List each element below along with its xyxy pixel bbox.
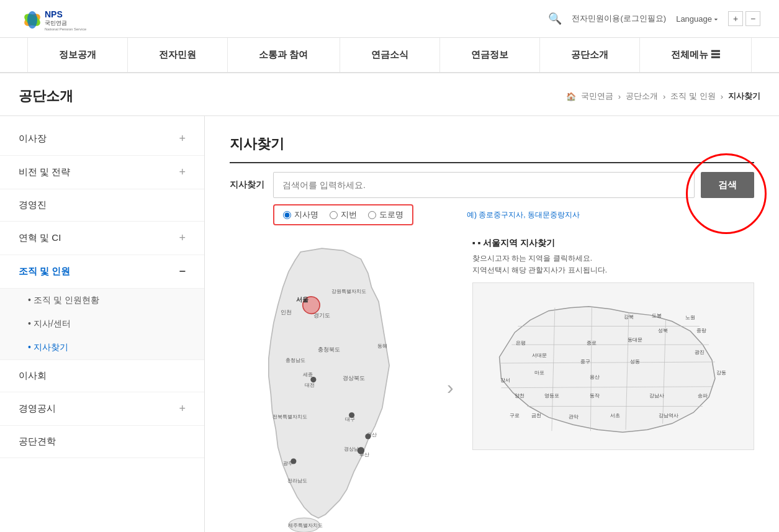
language-selector[interactable]: Language ▾ bbox=[676, 14, 718, 24]
svg-text:동작: 동작 bbox=[590, 392, 600, 399]
seoul-map-subtitle: 찾으시고자 하는 지역을 클릭하세요. 지역선택시 해당 관할지사가 표시됩니다… bbox=[472, 253, 754, 276]
nav-item-jeongbo[interactable]: 정보공개 bbox=[27, 38, 128, 72]
nav-item-jeonja[interactable]: 전자민원 bbox=[128, 38, 228, 72]
sidebar-item-jojik[interactable]: 조직 및 인원 − bbox=[0, 255, 204, 289]
svg-text:충청북도: 충청북도 bbox=[318, 346, 340, 353]
sidebar-item-yeonhyeok[interactable]: 연혁 및 CI + bbox=[0, 222, 204, 255]
nps-logo: NPS 국민연금 National Pension Service bbox=[19, 6, 99, 31]
collapse-icon: − bbox=[179, 265, 186, 278]
radio-jisamyeong[interactable]: 지사명 bbox=[283, 209, 318, 220]
sidebar-item-gyeongyeonggongsi[interactable]: 경영공시 + bbox=[0, 392, 204, 426]
svg-text:성북: 성북 bbox=[657, 328, 667, 334]
nav-item-allmenu[interactable]: 전체메뉴 ☰ bbox=[640, 38, 752, 72]
expand-icon: + bbox=[179, 402, 186, 415]
seoul-map-svg[interactable]: 노원 도봉 강북 성북 중랑 은평 종로 동대문 중구 성동 광진 서대문 마포… bbox=[473, 283, 754, 449]
nav-item-gongdansoae[interactable]: 공단소개 bbox=[540, 38, 640, 72]
svg-text:강서: 강서 bbox=[500, 377, 510, 383]
expand-icon: + bbox=[179, 232, 186, 245]
svg-text:마포: 마포 bbox=[534, 369, 544, 376]
content-area: 지사찾기 지사찾기 검색 지사명 지번 bbox=[205, 116, 779, 532]
svg-text:성동: 성동 bbox=[630, 358, 640, 364]
search-icon[interactable]: 🔍 bbox=[548, 12, 562, 25]
search-type-radio-group: 지사명 지번 도로명 bbox=[273, 204, 413, 225]
breadcrumb-sep3: › bbox=[721, 92, 723, 101]
search-section: 지사찾기 검색 지사명 지번 도로명 bbox=[230, 172, 754, 225]
svg-text:관악: 관악 bbox=[568, 414, 578, 420]
login-link[interactable]: 전자민원이용(로그인필요) bbox=[572, 13, 666, 24]
radio-jibeon[interactable]: 지번 bbox=[330, 209, 357, 220]
korea-daejeon-dot[interactable] bbox=[310, 377, 316, 382]
svg-text:용산: 용산 bbox=[590, 374, 600, 380]
svg-text:대구: 대구 bbox=[345, 417, 355, 422]
zoom-out-button[interactable]: − bbox=[745, 11, 760, 26]
svg-text:전라남도: 전라남도 bbox=[287, 478, 307, 484]
svg-text:제주특별자치도: 제주특별자치도 bbox=[288, 523, 323, 528]
search-label: 지사찾기 bbox=[230, 179, 267, 191]
sidebar-item-gyeongyeongjin[interactable]: 경영진 bbox=[0, 189, 204, 222]
radio-doromyeong[interactable]: 도로명 bbox=[368, 209, 403, 220]
zoom-controls: + − bbox=[728, 11, 760, 26]
expand-icon: + bbox=[179, 132, 186, 145]
svg-text:울산: 울산 bbox=[367, 432, 377, 438]
svg-text:강동: 강동 bbox=[716, 369, 726, 376]
svg-text:구로: 구로 bbox=[510, 413, 520, 419]
nav-item-sotong[interactable]: 소통과 참여 bbox=[228, 38, 340, 72]
svg-text:강원특별자치도: 강원특별자치도 bbox=[331, 289, 366, 294]
content-title: 지사찾기 bbox=[230, 135, 754, 163]
breadcrumb: 🏠 국민연금 › 공단소개 › 조직 및 인원 › 지사찾기 bbox=[566, 91, 760, 102]
svg-text:경상남도: 경상남도 bbox=[344, 446, 364, 452]
sidebar-item-isajang[interactable]: 이사장 + bbox=[0, 122, 204, 156]
sidebar-sub-jisasenteo[interactable]: 지사/센터 bbox=[0, 312, 204, 336]
main-layout: 이사장 + 비전 및 전략 + 경영진 연혁 및 CI + 조직 및 인원 − … bbox=[0, 116, 779, 532]
breadcrumb-level2[interactable]: 조직 및 인원 bbox=[670, 91, 715, 102]
svg-text:강남역사: 강남역사 bbox=[659, 413, 678, 419]
breadcrumb-sep1: › bbox=[618, 92, 621, 101]
breadcrumb-level1[interactable]: 공단소개 bbox=[626, 91, 658, 102]
search-button[interactable]: 검색 bbox=[701, 172, 754, 198]
search-area-wrapper: 지사찾기 검색 bbox=[230, 172, 754, 198]
main-nav: 정보공개 전자민원 소통과 참여 연금소식 연금정보 공단소개 전체메뉴 ☰ bbox=[0, 38, 779, 73]
svg-text:종로: 종로 bbox=[587, 340, 597, 346]
seoul-map-title: ▪ ▪ 서울지역 지사찾기 bbox=[472, 238, 754, 249]
nav-item-yeongumsosik[interactable]: 연금소식 bbox=[340, 38, 440, 72]
breadcrumb-home[interactable]: 국민연금 bbox=[581, 91, 613, 102]
breadcrumb-sep2: › bbox=[663, 92, 665, 101]
map-arrow-icon: › bbox=[441, 376, 460, 399]
sidebar: 이사장 + 비전 및 전략 + 경영진 연혁 및 CI + 조직 및 인원 − … bbox=[0, 116, 205, 532]
logo-area: NPS 국민연금 National Pension Service bbox=[19, 6, 99, 31]
svg-text:전북특별자치도: 전북특별자치도 bbox=[272, 414, 307, 420]
svg-text:NPS: NPS bbox=[45, 9, 63, 19]
svg-text:광주: 광주 bbox=[283, 461, 293, 466]
sidebar-sub-jojikinhyeon[interactable]: 조직 및 인원현황 bbox=[0, 289, 204, 312]
svg-text:강북: 강북 bbox=[624, 313, 634, 320]
sidebar-sub-jisachatgi[interactable]: 지사찾기 bbox=[0, 336, 204, 359]
svg-text:중랑: 중랑 bbox=[696, 328, 706, 334]
nav-item-yeongeumjeongbo[interactable]: 연금정보 bbox=[440, 38, 540, 72]
page-header: 공단소개 🏠 국민연금 › 공단소개 › 조직 및 인원 › 지사찾기 bbox=[0, 73, 779, 116]
breadcrumb-home-icon: 🏠 bbox=[566, 92, 576, 101]
sidebar-item-gongdangyeonhak[interactable]: 공단견학 bbox=[0, 426, 204, 458]
seoul-map-container: ▪ ▪ 서울지역 지사찾기 찾으시고자 하는 지역을 클릭하세요. 지역선택시 … bbox=[472, 238, 754, 450]
korea-map-svg[interactable]: 서울 인천 경기도 강원특별자치도 충청북도 충청남도 세종 대전 경상북도 대… bbox=[230, 238, 428, 532]
zoom-in-button[interactable]: + bbox=[728, 11, 743, 26]
svg-text:중구: 중구 bbox=[580, 358, 590, 364]
korea-map-container: 서울 인천 경기도 강원특별자치도 충청북도 충청남도 세종 대전 경상북도 대… bbox=[230, 238, 428, 532]
breadcrumb-current: 지사찾기 bbox=[728, 91, 760, 102]
sidebar-item-isahoe[interactable]: 이사회 bbox=[0, 360, 204, 392]
svg-text:인천: 인천 bbox=[281, 309, 292, 315]
svg-text:영등포: 영등포 bbox=[544, 392, 559, 399]
svg-text:노원: 노원 bbox=[685, 314, 695, 320]
search-input[interactable] bbox=[273, 172, 695, 198]
svg-text:양천: 양천 bbox=[515, 392, 525, 399]
svg-text:대전: 대전 bbox=[305, 382, 315, 388]
svg-text:금천: 금천 bbox=[531, 413, 541, 419]
page-title: 공단소개 bbox=[19, 87, 73, 106]
svg-text:광진: 광진 bbox=[695, 349, 705, 356]
svg-text:송파: 송파 bbox=[698, 392, 708, 399]
seoul-map-box[interactable]: 노원 도봉 강북 성북 중랑 은평 종로 동대문 중구 성동 광진 서대문 마포… bbox=[472, 282, 754, 450]
sidebar-item-bijeonyeoljeonryak[interactable]: 비전 및 전략 + bbox=[0, 156, 204, 189]
svg-text:경상북도: 경상북도 bbox=[343, 375, 365, 381]
search-hint[interactable]: 예) 종로중구지사, 동대문중랑지사 bbox=[423, 210, 580, 220]
svg-text:충청남도: 충청남도 bbox=[286, 358, 305, 363]
svg-point-2 bbox=[27, 11, 37, 29]
